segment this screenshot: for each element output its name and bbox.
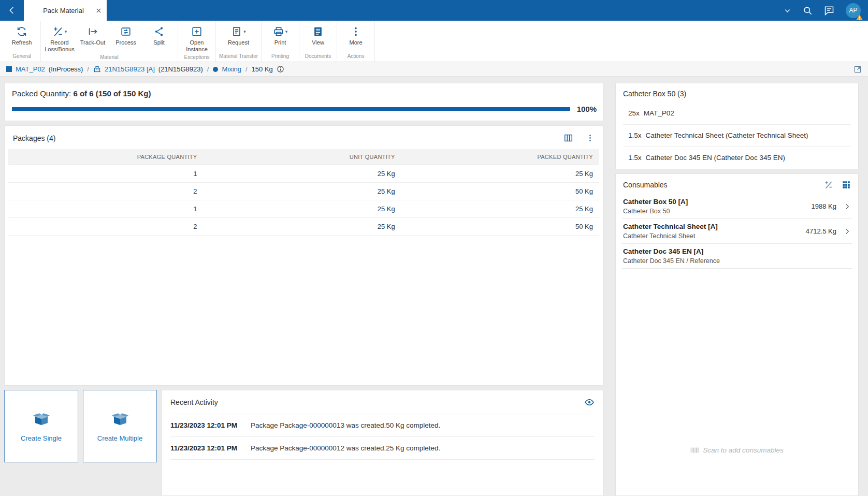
split-button[interactable]: Split (142, 23, 176, 53)
back-button[interactable] (0, 0, 24, 21)
column-header-package-quantity[interactable]: PACKAGE QUANTITY (8, 149, 204, 165)
kebab-menu-icon[interactable] (586, 134, 595, 142)
refresh-icon (16, 26, 27, 37)
chevron-right-icon[interactable] (844, 228, 851, 235)
activity-row: 11/23/2023 12:01 PM Package Package-0000… (170, 437, 595, 460)
bom-card: Catheter Box 50 (3) 25xMAT_P02 1.5xCathe… (615, 83, 859, 169)
package-quantity-cell: 1 (8, 165, 204, 183)
consumable-name: Catheter Box 50 [A] (623, 198, 807, 206)
recent-activity-card: Recent Activity 11/23/2023 12:01 PM Pack… (162, 390, 603, 496)
dropdown-caret-icon: ▾ (285, 30, 288, 34)
chevron-left-icon (7, 6, 17, 15)
packages-card: Packages (4) PACKAGE QUANTITY UNIT QUANT… (4, 125, 603, 386)
info-icon[interactable] (277, 65, 284, 73)
bom-item-quantity: 1.5x (628, 132, 642, 139)
eye-icon[interactable] (584, 397, 595, 407)
breadcrumb-step-link[interactable]: Mixing (222, 65, 241, 73)
main-content: Packed Quantity: 6 of 6 (150 of 150 Kg) … (0, 77, 868, 496)
dropdown-caret-icon: ▾ (65, 30, 67, 34)
open-instance-icon (191, 26, 202, 37)
create-single-button[interactable]: Create Single (4, 390, 78, 462)
packed-quantity-cell: 50 Kg (401, 218, 599, 236)
consumable-description: Catheter Technical Sheet (623, 232, 802, 240)
breadcrumb-equipment-link[interactable]: 21N15G8923 [A] (105, 65, 155, 73)
consumable-row[interactable]: Catheter Technical Sheet [A] Catheter Te… (622, 219, 852, 244)
consumable-name: Catheter Technical Sheet [A] (623, 223, 802, 230)
toolbar-group-label: Material (43, 53, 176, 62)
packed-quantity-card: Packed Quantity: 6 of 6 (150 of 150 Kg) … (4, 83, 603, 121)
bom-item: 1.5xCatheter Doc 345 EN (Catheter Doc 34… (623, 147, 851, 169)
more-button[interactable]: More (339, 23, 372, 52)
package-row[interactable]: 1 25 Kg 25 Kg (8, 165, 599, 183)
toolbar-group-label: Actions (339, 52, 372, 61)
bom-item-quantity: 25x (628, 109, 640, 117)
packages-table: PACKAGE QUANTITY UNIT QUANTITY PACKED QU… (8, 149, 599, 236)
breadcrumb: MAT_P02 (InProcess) / 21N15G8923 [A] (21… (0, 62, 868, 77)
open-instance-button[interactable]: Open Instance (180, 23, 213, 53)
package-row[interactable]: 1 25 Kg 25 Kg (8, 200, 599, 218)
toolbar-group-label: Printing (264, 52, 297, 61)
breadcrumb-material-link[interactable]: MAT_P02 (16, 65, 45, 73)
bom-list: 25xMAT_P02 1.5xCatheter Technical Sheet … (623, 103, 851, 169)
toolbar-group-actions: More Actions (337, 21, 375, 62)
split-icon (153, 26, 165, 37)
column-header-unit-quantity[interactable]: UNIT QUANTITY (204, 149, 401, 165)
chevron-down-icon[interactable] (784, 7, 791, 14)
toolbar-group-material: ▾ Record Loss/Bonus Track-Out Process S (41, 21, 178, 62)
record-loss-bonus-button[interactable]: ▾ Record Loss/Bonus (43, 23, 76, 53)
column-header-packed-quantity[interactable]: PACKED QUANTITY (401, 149, 599, 165)
open-panel-icon[interactable] (853, 65, 862, 74)
chat-icon[interactable] (824, 5, 834, 16)
adjust-quantity-icon[interactable] (824, 180, 833, 189)
chevron-right-icon[interactable] (844, 203, 851, 210)
create-single-label: Create Single (21, 434, 62, 442)
columns-icon[interactable] (563, 133, 573, 143)
track-out-button[interactable]: Track-Out (76, 23, 109, 53)
request-button[interactable]: ▾ Request (222, 23, 255, 52)
consumables-list: Catheter Box 50 [A] Catheter Box 50 1988… (622, 194, 852, 269)
process-button[interactable]: Process (109, 23, 142, 53)
consumable-row[interactable]: Catheter Box 50 [A] Catheter Box 50 1988… (622, 194, 852, 219)
tab-pack-material[interactable]: Pack Material (24, 0, 107, 21)
toolbar-group-label: General (5, 52, 38, 61)
consumable-quantity: 1988 Kg (812, 202, 836, 210)
bom-item: 25xMAT_P02 (623, 103, 851, 125)
activity-row: 11/23/2023 12:01 PM Package Package-0000… (170, 414, 595, 437)
packed-quantity-cell: 25 Kg (401, 165, 599, 183)
activity-timestamp: 11/23/2023 12:01 PM (170, 421, 251, 429)
record-loss-bonus-icon (52, 26, 64, 37)
search-icon[interactable] (803, 6, 813, 16)
refresh-button[interactable]: Refresh (5, 23, 38, 52)
view-button[interactable]: View (301, 23, 335, 52)
bom-item-quantity: 1.5x (628, 154, 642, 162)
toolbar-group-documents: View Documents (299, 21, 337, 62)
consumable-quantity: 4712.5 Kg (806, 227, 836, 235)
avatar[interactable]: AP (846, 3, 861, 18)
tab-close-icon[interactable] (96, 8, 102, 13)
toolbar-group-material-transfer: ▾ Request Material Transfer (216, 21, 262, 62)
breadcrumb-quantity: 150 Kg (252, 65, 273, 73)
consumable-row[interactable]: Catheter Doc 345 EN [A] Catheter Doc 345… (622, 244, 852, 269)
package-row[interactable]: 2 25 Kg 50 Kg (8, 183, 599, 200)
print-button[interactable]: ▾ Print (264, 23, 297, 52)
tab-title: Pack Material (31, 7, 96, 14)
avatar-initials: AP (849, 7, 857, 14)
toolbar-group-printing: ▾ Print Printing (262, 21, 299, 62)
progress-bar-fill (12, 107, 570, 111)
packed-quantity-value: 6 of 6 (150 of 150 Kg) (73, 89, 151, 98)
equipment-icon (93, 65, 101, 73)
more-kebab-icon (350, 26, 361, 37)
package-row[interactable]: 2 25 Kg 50 Kg (8, 218, 599, 236)
create-multiple-button[interactable]: Create Multiple (83, 390, 157, 462)
toolbar: Refresh General ▾ Record Loss/Bonus Trac… (0, 21, 868, 62)
consumables-title: Consumables (623, 181, 668, 189)
track-out-icon (87, 26, 98, 37)
unit-quantity-cell: 25 Kg (204, 183, 401, 200)
grid-view-icon[interactable] (842, 180, 851, 189)
print-icon (273, 26, 284, 37)
package-quantity-cell: 2 (8, 218, 204, 236)
toolbar-group-label: Exceptions (180, 53, 213, 62)
consumable-description: Catheter Doc 345 EN / Reference (623, 257, 851, 265)
view-documents-icon (312, 26, 324, 37)
material-icon (6, 66, 12, 72)
